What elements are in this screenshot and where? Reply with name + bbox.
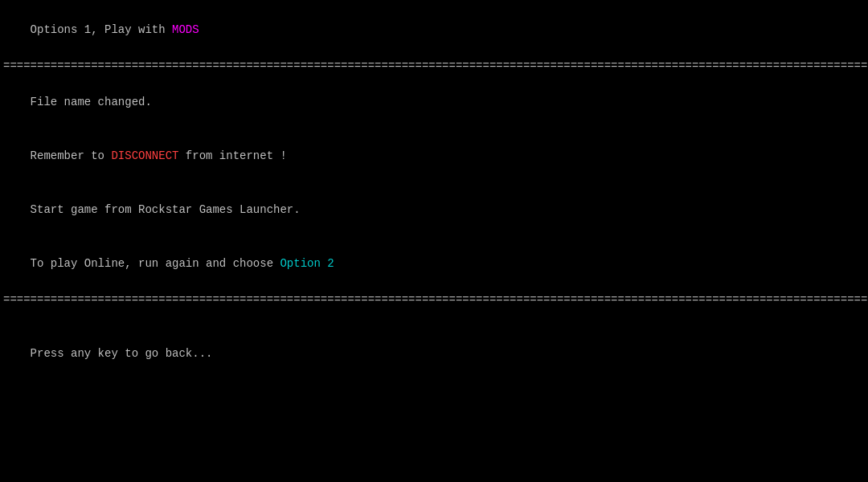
press-any-key-prompt: Press any key to go back... bbox=[3, 327, 865, 381]
line-disconnect: Remember to DISCONNECT from internet ! bbox=[3, 129, 865, 183]
title-line: Options 1, Play with MODS bbox=[3, 3, 865, 57]
line-play-online: To play Online, run again and choose Opt… bbox=[3, 237, 865, 291]
separator-bottom: ========================================… bbox=[3, 291, 865, 308]
line-file-changed: File name changed. bbox=[3, 76, 865, 129]
blank-line bbox=[3, 309, 865, 327]
terminal-window: Options 1, Play with MODS ==============… bbox=[0, 0, 868, 482]
line-start-game: Start game from Rockstar Games Launcher. bbox=[3, 183, 865, 237]
separator-top: ========================================… bbox=[3, 57, 865, 75]
title-prefix: Options 1, Play with bbox=[31, 23, 172, 36]
title-highlight: MODS bbox=[172, 23, 199, 36]
